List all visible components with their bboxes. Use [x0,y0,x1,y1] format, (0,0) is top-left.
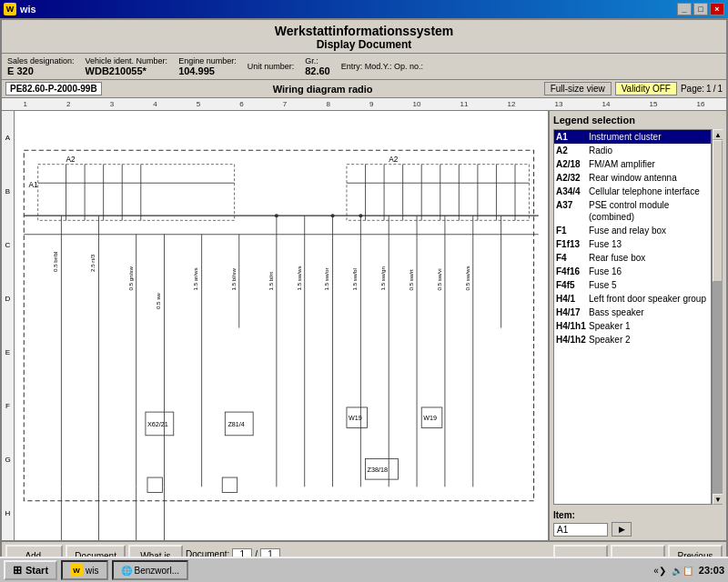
gr-value: 82.60 [305,65,330,76]
legend-item-code: F4 [556,252,589,263]
entry-label: Entry: Mod.Y.: Op. no.: [341,62,423,71]
legend-title: Legend selection [553,115,723,125]
wiring-diagram[interactable]: A2 A2 A1 [15,111,549,540]
legend-item-desc: Fuse and relay box [589,225,709,236]
validity-button[interactable]: Validity OFF [615,82,677,95]
maximize-button[interactable]: □ [693,3,708,15]
taskbar-browser[interactable]: 🌐 Benzworl... [112,560,188,580]
legend-item-code: F1 [556,225,589,236]
legend-item-desc: Bass speaker [589,306,709,318]
svg-text:0.5 gn/sw: 0.5 gn/sw [127,266,134,291]
legend-item-code: A2/32 [556,172,589,183]
legend-list-item[interactable]: F4f16Fuse 16 [554,265,711,278]
browser-label: Benzworl... [135,566,179,576]
legend-item-desc: Radio [589,145,709,156]
legend-item-desc: PSE control module (combined) [589,199,709,223]
entry-info: Entry: Mod.Y.: Op. no.: [341,62,423,71]
doc-id: PE82.60-P-2000-99B [5,82,102,95]
gr-label: Gr.: [305,56,330,65]
unit-label: Unit number: [248,62,295,71]
app-title: Werkstattinformationssystem [2,24,726,38]
engine-value: 104.995 [178,65,237,76]
legend-list-item[interactable]: A34/4Cellular telephone interface [554,185,711,198]
legend-item-desc: Speaker 2 [589,334,709,346]
vin-label: Vehicle ident. Number: [86,56,168,65]
svg-rect-0 [15,141,548,510]
svg-text:A2: A2 [66,156,76,164]
legend-list-item[interactable]: H4/1Left front door speaker group [554,292,711,306]
doc-bar: PE82.60-P-2000-99B Wiring diagram radio … [2,80,726,98]
legend-item-desc: Fuse 13 [589,238,709,250]
svg-text:2.5 rt/3: 2.5 rt/3 [89,254,96,272]
svg-point-79 [275,214,278,217]
scroll-down-button[interactable]: ▼ [713,494,723,505]
legend-list-item[interactable]: H4/1h2Speaker 2 [554,333,711,346]
legend-list-item[interactable]: A2/18FM/AM amplifier [554,157,711,171]
legend-item-code: F4f5 [556,279,589,290]
minimize-button[interactable]: _ [677,3,692,15]
legend-list-item[interactable]: H4/17Bass speaker [554,306,711,319]
full-size-view-button[interactable]: Full-size view [544,82,612,95]
start-label: Start [25,565,48,576]
title-bar-title: wis [20,4,36,15]
app-subtitle: Display Document [2,38,726,51]
start-button[interactable]: ⊞ Start [4,560,57,580]
svg-text:1.5 sw/ws: 1.5 sw/ws [296,266,302,290]
wis-icon: W [70,564,83,577]
vehicle-info-bar: Sales designation: E 320 Vehicle ident. … [2,54,726,80]
legend-list-item[interactable]: A2Radio [554,144,711,157]
sales-value: E 320 [7,65,75,76]
top-ruler: 12345 678910 111213141516 [2,98,726,111]
taskbar-icons: «❯ [653,566,666,576]
legend-list[interactable]: A1Instrument clusterA2RadioA2/18FM/AM am… [553,129,712,505]
svg-text:A2: A2 [389,156,398,164]
legend-list-item[interactable]: H4/1h1Speaker 1 [554,319,711,333]
legend-list-item[interactable]: F4Rear fuse box [554,251,711,265]
clock: 23:03 [699,565,724,576]
legend-item-code: F1f13 [556,238,589,249]
legend-list-item[interactable]: F1f13Fuse 13 [554,237,711,251]
legend-list-item[interactable]: F1Fuse and relay box [554,224,711,237]
legend-list-item[interactable]: F4f5Fuse 5 [554,278,711,292]
svg-text:0.5 sw: 0.5 sw [155,293,161,309]
svg-text:0.5 sw/ws: 0.5 sw/ws [464,266,470,290]
svg-text:1.5 sw/or: 1.5 sw/or [323,267,329,290]
legend-item-code: H4/1h1 [556,320,589,331]
unit-info: Unit number: [248,62,295,71]
legend-list-item[interactable]: A2/32Rear window antenna [554,171,711,185]
svg-text:A1: A1 [28,181,37,189]
scroll-thumb[interactable] [713,140,723,282]
legend-item-field[interactable] [553,523,608,537]
legend-item-code: A2/18 [556,158,589,169]
svg-text:0.5 sw/vi: 0.5 sw/vi [436,268,442,290]
svg-text:1.5 sw/bl: 1.5 sw/bl [351,268,358,290]
svg-text:W19: W19 [423,414,437,422]
legend-item-code: H4/1h2 [556,334,589,345]
legend-item-code: A34/4 [556,186,589,196]
legend-item-code: A37 [556,199,589,210]
legend-item-desc: Cellular telephone interface [589,186,709,197]
scroll-up-button[interactable]: ▲ [713,129,723,140]
legend-item-code: A1 [556,131,589,142]
close-button[interactable]: × [710,3,724,15]
legend-item-label: Item: [553,510,723,520]
legend-item-code: F4f16 [556,266,589,276]
legend-scrollbar[interactable]: ▲ ▼ [712,129,723,505]
engine-label: Engine number: [178,56,237,65]
engine-info: Engine number: 104.995 [178,56,237,76]
legend-item-input: ▶ [553,522,723,537]
left-ruler: ABCDEFGH [2,111,15,540]
svg-point-81 [359,214,362,217]
svg-text:W19: W19 [349,414,362,422]
svg-text:1.5 sw/gn: 1.5 sw/gn [379,266,386,291]
ruler-marks: 12345 678910 111213141516 [4,100,724,108]
taskbar-wis[interactable]: W wis [61,560,107,580]
page-label: Page: [681,84,704,94]
svg-text:Z81/4: Z81/4 [228,420,244,428]
sales-info: Sales designation: E 320 [7,56,75,76]
legend-nav-button[interactable]: ▶ [612,522,632,537]
legend-list-item[interactable]: A37PSE control module (combined) [554,198,711,224]
legend-list-item[interactable]: A1Instrument cluster [554,130,711,144]
doc-title: Wiring diagram radio [106,84,541,95]
sales-label: Sales designation: [7,56,75,65]
